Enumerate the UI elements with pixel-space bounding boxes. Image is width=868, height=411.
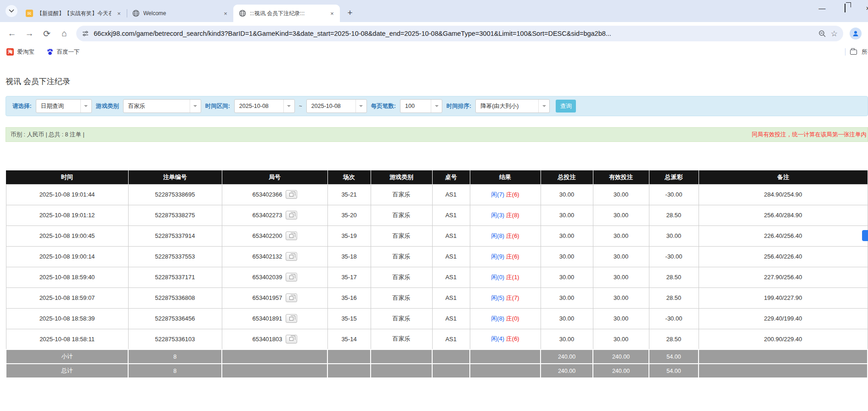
scroll-top-button[interactable]: [862, 230, 868, 241]
cell-total-bet[interactable]: 30.00: [541, 267, 593, 287]
cell-payout: -30.00: [649, 246, 699, 267]
game-kind-select[interactable]: 百家乐: [123, 99, 201, 113]
cell-total-bet[interactable]: 30.00: [541, 205, 593, 225]
cell-remark: 284.90/254.90: [699, 184, 868, 205]
tab-forum[interactable]: ✉ 【新提醒】【实战有奖】今天在 ×: [20, 5, 127, 22]
cell-total-bet[interactable]: 30.00: [541, 184, 593, 205]
query-type-select[interactable]: 日期查询: [36, 99, 92, 113]
search-button[interactable]: 查询: [556, 100, 576, 113]
cell-session: 35-15: [327, 308, 371, 329]
forward-button[interactable]: →: [24, 28, 35, 39]
result-banker: 庄(6): [506, 253, 519, 260]
table-row: 2025-10-08 19:01:12522875338275653402273…: [6, 205, 868, 225]
copy-icon: [289, 317, 293, 321]
reload-button[interactable]: ⟳: [41, 28, 52, 39]
result-player: 闲(7): [491, 191, 504, 198]
tab-title: :::视讯 会员下注纪录:::: [250, 10, 324, 17]
cell-table-no: AS1: [432, 267, 470, 287]
table-row: 2025-10-08 18:59:07522875336808653401957…: [6, 287, 868, 308]
tab-bet-records[interactable]: :::视讯 会员下注纪录::: ×: [233, 5, 340, 22]
zoom-indicator-icon[interactable]: [818, 30, 826, 38]
bookmark-star-icon[interactable]: ☆: [831, 29, 838, 39]
copy-round-id-button[interactable]: [286, 211, 297, 220]
table-row: 2025-10-08 19:00:45522875337914653402200…: [6, 225, 868, 246]
currency-summary: 币别 : 人民币 | 总共 : 8 注单 |: [11, 131, 85, 139]
globe-icon: [132, 10, 140, 17]
bet-records-table: 时间注单编号局号场次游戏类别桌号结果总投注有效投注总派彩备注 2025-10-0…: [6, 170, 868, 378]
cell-remark: 229.40/199.40: [699, 308, 868, 329]
bookmarks-bar: 淘 爱淘宝 百度一下 所有书签: [0, 45, 868, 59]
cell-remark: 200.90/229.40: [699, 329, 868, 349]
back-button[interactable]: ←: [6, 28, 17, 39]
tab-search-button[interactable]: [6, 5, 17, 17]
url-text[interactable]: 66cxkj98.com/game/betrecord_search/kind3…: [94, 30, 814, 37]
baidu-paw-icon: [46, 48, 54, 56]
address-bar[interactable]: 66cxkj98.com/game/betrecord_search/kind3…: [76, 26, 843, 41]
home-button[interactable]: ⌂: [59, 28, 70, 39]
cell-round-no: 653402039: [222, 267, 327, 287]
round-no-text: 653402200: [252, 232, 282, 239]
cell-time: 2025-10-08 19:00:45: [6, 225, 128, 246]
all-bookmarks-label: 所有书签: [862, 48, 868, 56]
cell-total-bet[interactable]: 30.00: [541, 329, 593, 349]
result-banker: 庄(8): [506, 212, 519, 219]
bet-table-body: 2025-10-08 19:01:44522875338695653402366…: [6, 184, 868, 378]
cell-game-kind: 百家乐: [371, 205, 432, 225]
column-header: 备注: [699, 170, 868, 184]
cell-remark: 226.40/256.40: [699, 225, 868, 246]
bookmark-baidu[interactable]: 百度一下: [46, 48, 80, 56]
close-button[interactable]: ×: [863, 4, 868, 12]
chevron-down-icon: [283, 100, 294, 113]
cell-game-kind: 百家乐: [371, 267, 432, 287]
round-no-text: 653402366: [252, 191, 282, 198]
cell-table-no: AS1: [432, 329, 470, 349]
per-page-select[interactable]: 100: [400, 99, 442, 113]
bookmark-taobao[interactable]: 淘 爱淘宝: [6, 48, 34, 56]
sort-select[interactable]: 降幂(由大到小): [475, 99, 550, 113]
copy-round-id-button[interactable]: [286, 293, 297, 302]
minimize-button[interactable]: —: [817, 4, 827, 12]
cell-total-bet[interactable]: 30.00: [541, 308, 593, 329]
summary-label: 小计: [6, 349, 128, 364]
copy-round-id-button[interactable]: [286, 231, 297, 240]
restore-button[interactable]: [840, 4, 850, 12]
cell-total-bet[interactable]: 30.00: [541, 246, 593, 267]
browser-toolbar: ← → ⟳ ⌂ 66cxkj98.com/game/betrecord_sear…: [0, 22, 868, 45]
close-tab-icon[interactable]: ×: [115, 9, 123, 17]
date-end-select[interactable]: 2025-10-08: [306, 99, 367, 113]
site-settings-icon[interactable]: [82, 30, 89, 37]
close-tab-icon[interactable]: ×: [328, 9, 336, 17]
new-tab-button[interactable]: +: [344, 6, 356, 19]
cell-result: 闲(8) 庄(6): [470, 225, 541, 246]
summary-row: 总计8240.00240.0054.00: [6, 364, 868, 378]
cell-result: 闲(9) 庄(6): [470, 246, 541, 267]
date-start-select[interactable]: 2025-10-08: [234, 99, 295, 113]
cell-bet-no: 522875337553: [128, 246, 222, 267]
copy-round-id-button[interactable]: [286, 252, 297, 261]
copy-round-id-button[interactable]: [286, 190, 297, 199]
cell-bet-no: 522875337171: [128, 267, 222, 287]
cell-payout: -30.00: [649, 308, 699, 329]
cell-payout: 30.00: [649, 225, 699, 246]
profile-avatar[interactable]: [850, 28, 862, 39]
summary-bar: 币别 : 人民币 | 总共 : 8 注单 | 同局有效投注，统一计算在该局第一张…: [6, 127, 868, 142]
round-no-text: 653402273: [252, 212, 282, 219]
cell-bet-no: 522875336808: [128, 287, 222, 308]
copy-round-id-button[interactable]: [286, 314, 297, 323]
cell-total-bet[interactable]: 30.00: [541, 287, 593, 308]
copy-icon: [289, 234, 293, 238]
close-tab-icon[interactable]: ×: [221, 9, 230, 17]
copy-round-id-button[interactable]: [286, 273, 297, 282]
mail-icon: ✉: [26, 10, 33, 17]
chevron-down-icon: [431, 100, 442, 113]
all-bookmarks[interactable]: 所有书签: [845, 45, 868, 59]
tab-welcome[interactable]: Welcome ×: [127, 5, 233, 22]
copy-round-id-button[interactable]: [286, 335, 297, 343]
cell-round-no: 653401891: [222, 308, 327, 329]
cell-payout: 28.50: [649, 287, 699, 308]
cell-total-bet[interactable]: 30.00: [541, 225, 593, 246]
cell-round-no: 653402132: [222, 246, 327, 267]
globe-icon: [239, 10, 246, 17]
cell-game-kind: 百家乐: [371, 225, 432, 246]
cell-bet-no: 522875338695: [128, 184, 222, 205]
